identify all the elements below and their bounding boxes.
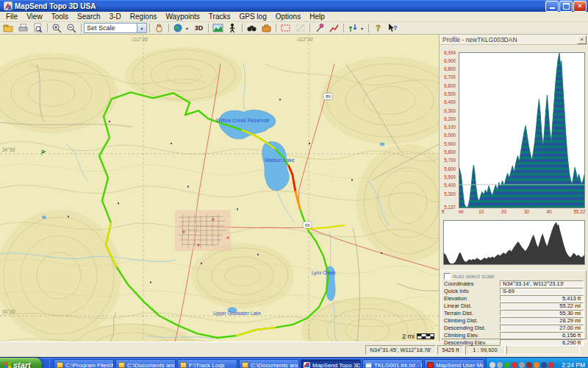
alarm-tray-icon[interactable] [526,362,532,368]
toolbar-separator [276,24,276,32]
menu-regions[interactable]: Regions [126,13,162,21]
maximize-button[interactable] [559,1,573,12]
overview-profile-chart[interactable] [443,220,585,265]
gps-transfer-dropdown-icon[interactable]: ▾ [361,26,366,31]
topo-map: -112°35' -112°30' 34°35' 34°30' [0,35,439,342]
menu-help[interactable]: Help [305,13,329,21]
field-value: 55.30 mi [500,310,584,316]
profile-panel-header[interactable]: Profile - newTKLG003DAN × [440,35,588,45]
antivirus-tray-icon[interactable] [504,362,510,368]
alert-tray-icon[interactable] [512,362,517,368]
combobox-dropdown-icon[interactable]: ▾ [137,24,146,32]
menu-view[interactable]: View [22,13,47,21]
quick-launch-divider [43,360,50,368]
start-button[interactable]: start [0,358,42,368]
route-89-shield: 89 [326,94,331,99]
taskbar-button[interactable]: C:\Documents and S... [115,359,176,368]
scale-combobox[interactable]: Set Scale ▾ [84,23,147,33]
x-tick-label: 40 [547,209,552,214]
profile-close-button[interactable]: × [577,35,587,44]
field-label: Coordinates [444,280,500,287]
zoom-in-icon [51,23,62,33]
lynx-creek-label: Lynx Creek [312,270,336,276]
elevation-profile-chart[interactable] [459,52,585,208]
minimize-button[interactable] [545,1,559,12]
menu-options[interactable]: Options [271,13,305,21]
toolbar-separator [343,24,344,32]
menu-3-d[interactable]: 3-D [105,13,126,21]
scheduler-tray-icon[interactable] [519,362,525,368]
status-map-scale: 1 : 99,920 [465,345,505,355]
toolbar-separator [47,24,48,32]
person-icon [227,23,238,33]
region-cut-button[interactable] [293,23,307,34]
profile-chart-button[interactable] [211,23,225,34]
field-value: 6,156 ft [500,332,584,339]
taskbar-button-label: C:\Documents and S... [251,362,299,368]
zoom-in-button[interactable] [50,23,64,34]
menu-search[interactable]: Search [73,13,105,21]
poi-button[interactable] [259,23,273,34]
field-row-terrain-dist-: Terrain Dist.55.30 mi [444,310,584,316]
menu-tools[interactable]: Tools [47,13,73,21]
auto-select-scale-row[interactable]: Auto select scale [444,272,584,280]
field-value: 6,290 ft [500,339,584,346]
profile-chart-icon [212,23,223,33]
zoom-out-button[interactable] [65,23,79,34]
gps-transfer-button[interactable] [346,23,360,34]
display-tray-icon[interactable] [497,362,503,368]
context-help-button[interactable]: ? [386,23,400,34]
taskbar-button[interactable]: MapSend User Manual [424,359,484,368]
reservoir-label: Willow Creek Reservoir [216,118,270,123]
print-button[interactable] [16,23,30,34]
overview-elevation-area [444,222,584,264]
x-tick-label: 55.22 [574,209,586,214]
print-preview-button[interactable] [31,23,45,34]
open-button[interactable] [1,23,15,34]
profile-x-axis: mi1020304055.22 [459,209,584,216]
toolbar-separator [208,24,209,32]
main-area: -112°35' -112°30' 34°35' 34°30' [0,35,588,342]
taskbar-button[interactable]: C:\Documents and S... [239,359,299,368]
taskbar-button[interactable]: C:\Program Files\Ma... [54,359,114,368]
info-tray-icon[interactable] [534,362,539,368]
menu-waypoints[interactable]: Waypoints [162,13,204,21]
menu-gps-log[interactable]: GPS log [234,13,270,21]
help-button[interactable]: ? [371,23,385,34]
close-button[interactable]: × [573,1,587,12]
taskbar-button[interactable]: F:\Track Logs [177,359,237,368]
svg-text:?: ? [376,24,381,32]
taskbar-button[interactable]: TKLG001.trk.txt - No... [362,359,423,368]
pan-button[interactable] [152,23,166,34]
map-view-dropdown-icon[interactable]: ▾ [186,26,191,31]
folder-icon [180,362,187,368]
track-info-panel: Auto select scale CoordinatesN34°33.14',… [441,270,587,339]
scale-combobox-value: Set Scale [85,24,137,32]
track-draw-button[interactable] [327,23,341,34]
status-coordinates: N34°31.45', W112°18.78' [365,345,436,355]
auto-select-scale-label: Auto select scale [453,273,495,280]
taskbar-button-label: MapSend Topo 3D USA [312,362,361,368]
status-elevation: 5425 ft [437,345,464,355]
vertical-profile-button[interactable] [226,23,240,34]
task-buttons: C:\Program Files\Ma...C:\Documents and S… [52,358,486,368]
map-view[interactable]: -112°35' -112°30' 34°35' 34°30' [0,35,439,342]
map-view-button[interactable] [171,23,185,34]
waypoint-button[interactable] [312,23,326,34]
taskbar-button[interactable]: MapSend Topo 3D USA [301,359,361,368]
messenger-tray-icon[interactable] [541,362,547,368]
y-tick-label: 6,300 [444,107,456,113]
print-icon [18,23,29,33]
three-d-button[interactable]: 3D [192,23,206,34]
updates-tray-icon[interactable] [548,362,554,368]
scale-ruler-icon [417,333,434,339]
y-tick-label: 5,500 [444,174,456,179]
menu-file[interactable]: File [1,13,22,21]
menu-tracks[interactable]: Tracks [204,13,235,21]
goldwater-lake-label: Upper Goldwater Lake [213,311,261,316]
find-button[interactable] [245,23,259,34]
region-select-button[interactable] [279,23,293,34]
context-help-icon: ? [387,23,398,33]
auto-select-scale-checkbox[interactable] [444,273,451,280]
volume-tray-icon[interactable] [490,362,495,368]
